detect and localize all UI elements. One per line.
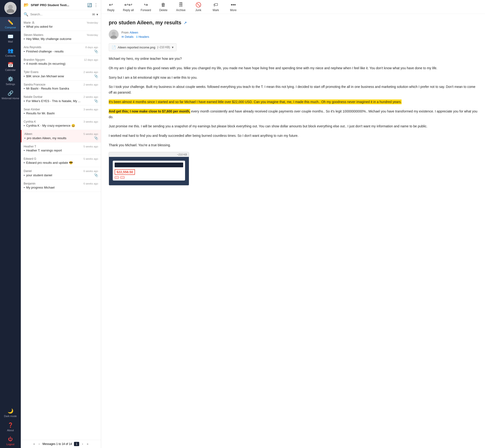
junk-button[interactable]: 🚫 Junk — [192, 2, 204, 12]
nav-item-dark-mode[interactable]: 🌙 Dark mode — [0, 406, 21, 420]
left-navigation: ✏️ Compose ✉️ Mail 👥 Contacts 📅 Calendar… — [0, 0, 21, 448]
envelope-small-icon: ✉ — [121, 35, 124, 39]
email-list-item[interactable]: Cynthia K 3 weeks ago ● Cynthia K - My c… — [21, 118, 101, 130]
nav-item-about[interactable]: ❓ About — [0, 420, 21, 434]
refresh-icon[interactable]: 🔄 — [87, 3, 92, 7]
sender-name[interactable]: Aileen — [129, 31, 138, 34]
unread-dot: ● — [24, 100, 25, 102]
prev-page-btn[interactable]: ‹ — [38, 442, 41, 446]
email-list-item[interactable]: Aileen 5 weeks ago ● pro studen Aileen, … — [21, 130, 101, 143]
nav-item-settings[interactable]: ⚙️ Settings — [0, 74, 21, 88]
email-item-header: Edward G 5 weeks ago — [24, 157, 98, 160]
pagination: « ‹ Messages 1 to 14 of 14 1 › » — [21, 440, 101, 448]
unread-dot: ● — [24, 137, 25, 139]
email-list-item[interactable]: Aria Reynolds 8 days ago ● Finished chal… — [21, 43, 101, 56]
search-bar: 🔍 ✉ ▾ — [21, 10, 101, 19]
about-icon: ❓ — [8, 422, 14, 428]
more-icon: ••• — [231, 2, 236, 8]
mark-button[interactable]: 🏷 Mark — [210, 2, 222, 12]
headers-link[interactable]: ℹ Headers — [136, 35, 149, 39]
email-list-item[interactable]: Benjamin 6 weeks ago ● My progress Micha… — [21, 180, 101, 192]
email-subject-row: ● Hey Mike; My challenge outcome — [24, 37, 98, 41]
email-sender: Benjamin — [24, 182, 35, 185]
folder-name: SFMF PRO Student Testi... — [31, 3, 85, 7]
email-list-item[interactable]: Marie .B. Yesterday ● What you asked for — [21, 19, 101, 31]
attachment-bar[interactable]: 📄 Aileen reported income.png (~210 KB) ▾ — [109, 43, 177, 51]
email-list-item[interactable]: Edward G 5 weeks ago ● Edward pro result… — [21, 155, 101, 167]
email-content: pro studen Aileen, my results ↗ From Ail… — [101, 14, 485, 448]
unread-dot: ● — [24, 38, 25, 40]
email-list-item[interactable]: Tyler Evans 2 weeks ago ● $9K since Jan … — [21, 68, 101, 80]
image-preview-body: $22,558.50 — [109, 157, 189, 185]
app-logo — [4, 2, 16, 14]
folder-more-icon[interactable]: ⋮ — [94, 2, 98, 8]
email-list-item[interactable]: Natalie Dunbar 2 weeks ago ● For Mike's … — [21, 93, 101, 105]
email-subject-row: ● Finished challenge - results 📎 — [24, 49, 98, 53]
body-para-7: Thank you Michael. You're a true blessin… — [109, 143, 477, 148]
forward-button[interactable]: ↪ Forward — [140, 2, 152, 12]
unread-dot: ● — [24, 162, 25, 164]
email-list-item[interactable]: Sean Kimber 3 weeks ago ● Results for Mr… — [21, 105, 101, 118]
email-date: 8 days ago — [85, 46, 98, 49]
svg-point-1 — [7, 9, 14, 13]
email-view-panel: ↩ Reply ↩↩ Reply all ↪ Forward 🗑 Delete … — [101, 0, 485, 448]
nav-item-logout[interactable]: ⏻ Logout — [0, 434, 21, 448]
calendar-icon: 📅 — [8, 62, 14, 68]
contacts-icon: 👥 — [8, 48, 14, 53]
email-sender: Daniel — [24, 169, 32, 173]
first-page-btn[interactable]: « — [32, 442, 36, 446]
image-preview-header: ~210 KB — [109, 152, 189, 157]
dropdown-arrow-icon[interactable]: ▾ — [97, 13, 98, 16]
reply-all-button[interactable]: ↩↩ Reply all — [122, 2, 134, 12]
mark-icon: 🏷 — [213, 2, 218, 8]
email-list-item[interactable]: Sandra Franceze 2 weeks ago ● Mr Bashi -… — [21, 80, 101, 93]
email-subject-row: ● For Mike's EYES - This is Natalie, My … — [24, 99, 98, 103]
email-item-header: Natalie Dunbar 2 weeks ago — [24, 95, 98, 98]
email-date: 2 weeks ago — [83, 83, 98, 86]
email-item-header: Cynthia K 3 weeks ago — [24, 120, 98, 123]
email-list-item[interactable]: Heather T 5 weeks ago ● Heather T. earni… — [21, 143, 101, 155]
email-subject: pro studen Aileen, my results — [109, 20, 181, 26]
email-subject-text: Hey Mike; My challenge outcome — [26, 37, 98, 41]
nav-item-contacts[interactable]: 👥 Contacts — [0, 45, 21, 60]
meta-details: From Aileen ✉ Details ℹ Headers — [121, 31, 149, 39]
nav-item-calendar[interactable]: 📅 Calendar — [0, 60, 21, 74]
email-list-item[interactable]: Daniel 6 weeks ago ● your student daniel… — [21, 167, 101, 180]
archive-button[interactable]: 🗄 Archive — [175, 2, 187, 12]
dashboard-header-bar — [115, 163, 183, 167]
envelope-filter-icon[interactable]: ✉ — [92, 13, 95, 16]
unread-dot: ● — [24, 174, 25, 176]
next-page-btn[interactable]: › — [81, 442, 84, 446]
reply-button[interactable]: ↩ Reply — [105, 2, 117, 12]
email-subject-text: $9K since Jan Michael wow — [26, 74, 93, 78]
email-date: Yesterday — [87, 33, 98, 36]
messages-info: Messages 1 to 14 of 14 — [42, 442, 72, 446]
email-date: 2 weeks ago — [83, 96, 98, 98]
body-para-1: Michael my hero, my online teacher how a… — [109, 56, 477, 62]
unread-dot: ● — [24, 75, 25, 77]
email-list-item[interactable]: Steven Masters Yesterday ● Hey Mike; My … — [21, 31, 101, 43]
email-sender: Aileen — [24, 132, 32, 136]
email-item-header: Benjamin 6 weeks ago — [24, 182, 98, 185]
nav-item-webmail-home[interactable]: 🔗 Webmail Home — [0, 88, 21, 102]
info-icon: ℹ — [136, 35, 137, 39]
email-subject-text: My progress Michael — [26, 186, 98, 189]
email-subject-row: ● $9K since Jan Michael wow 📎 — [24, 74, 98, 78]
email-date: Yesterday — [87, 21, 98, 24]
current-page[interactable]: 1 — [74, 442, 79, 446]
search-input[interactable] — [30, 13, 90, 16]
external-link-icon[interactable]: ↗ — [184, 21, 187, 25]
nav-item-compose[interactable]: ✏️ Compose — [0, 17, 21, 31]
details-link[interactable]: ✉ Details — [121, 35, 134, 39]
email-list-item[interactable]: Brandon Nguyen 12 days ago ● 4 month res… — [21, 56, 101, 68]
nav-item-mail[interactable]: ✉️ Mail — [0, 31, 21, 45]
email-sender: Tyler Evans — [24, 70, 39, 74]
attachment-file-icon: 📄 — [112, 45, 116, 49]
more-button[interactable]: ••• More — [227, 2, 239, 12]
delete-button[interactable]: 🗑 Delete — [157, 2, 169, 12]
last-page-btn[interactable]: » — [86, 442, 89, 446]
email-subject-text: Cynthia K - My crazy experience 😀 — [26, 124, 98, 127]
email-item-header: Aria Reynolds 8 days ago — [24, 46, 98, 49]
archive-icon: 🗄 — [178, 2, 183, 8]
attachment-dropdown-icon[interactable]: ▾ — [172, 45, 173, 49]
